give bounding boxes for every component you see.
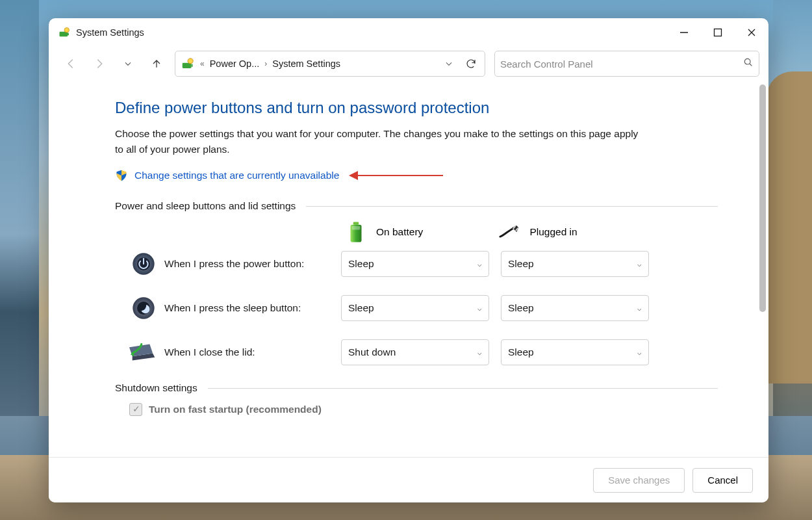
check-icon: ✓	[133, 404, 140, 414]
chevron-down-icon: ⌵	[637, 304, 642, 313]
svg-point-7	[744, 58, 750, 64]
row-power-button: When I press the power button: Sleep⌵ Sl…	[129, 250, 718, 278]
close-lid-icon	[129, 338, 158, 367]
content-pane: Define power buttons and turn on passwor…	[49, 81, 757, 456]
section-shutdown-settings: Shutdown settings	[115, 382, 718, 394]
save-button[interactable]: Save changes	[593, 468, 685, 493]
sleep-button-plugged-select[interactable]: Sleep⌵	[501, 295, 649, 321]
refresh-button[interactable]	[461, 54, 481, 73]
svg-rect-1	[68, 33, 69, 36]
window: System Settings « Power Op... › System S…	[49, 18, 768, 502]
breadcrumb-separator-icon: ›	[263, 59, 268, 68]
row-close-lid: When I close the lid: Shut down⌵ Sleep⌵	[129, 338, 718, 367]
forward-button[interactable]	[86, 51, 112, 77]
svg-point-2	[64, 28, 70, 33]
sleep-button-label: When I press the sleep button:	[164, 302, 341, 314]
close-lid-label: When I close the lid:	[164, 346, 341, 358]
search-input[interactable]	[500, 58, 743, 70]
sleep-button-icon	[129, 294, 158, 322]
svg-point-6	[188, 58, 193, 64]
footer-bar: Save changes Cancel	[49, 457, 768, 502]
page-heading: Define power buttons and turn on passwor…	[115, 99, 718, 117]
page-description: Choose the power settings that you want …	[115, 126, 648, 157]
recent-locations-dropdown[interactable]	[115, 51, 141, 77]
row-sleep-button: When I press the sleep button: Sleep⌵ Sl…	[129, 294, 718, 322]
address-icon	[181, 57, 195, 71]
window-title: System Settings	[76, 27, 144, 38]
chevron-down-icon: ⌵	[477, 260, 482, 268]
nav-toolbar: « Power Op... › System Settings	[49, 47, 768, 81]
chevron-down-icon: ⌵	[637, 260, 642, 268]
address-bar[interactable]: « Power Op... › System Settings	[175, 51, 485, 77]
search-box[interactable]	[494, 51, 759, 77]
svg-rect-5	[192, 64, 193, 67]
col-header-plugged: Plugged in	[498, 221, 577, 243]
back-button[interactable]	[58, 51, 84, 77]
uac-shield-icon	[115, 169, 128, 182]
minimize-button[interactable]	[667, 18, 701, 47]
breadcrumb-system-settings[interactable]: System Settings	[272, 58, 340, 69]
fast-startup-label: Turn on fast startup (recommended)	[149, 404, 322, 415]
titlebar: System Settings	[49, 18, 768, 47]
cancel-button[interactable]: Cancel	[692, 468, 753, 493]
svg-rect-10	[352, 226, 361, 230]
plug-icon	[498, 221, 520, 243]
sleep-button-battery-select[interactable]: Sleep⌵	[341, 295, 489, 321]
up-button[interactable]	[144, 51, 170, 77]
breadcrumb-overflow[interactable]: «	[199, 59, 206, 68]
search-icon[interactable]	[743, 57, 754, 70]
close-lid-plugged-select[interactable]: Sleep⌵	[501, 339, 649, 365]
breadcrumb-power-options[interactable]: Power Op...	[210, 58, 260, 69]
col-header-battery: On battery	[345, 221, 423, 243]
fast-startup-row: ✓ Turn on fast startup (recommended)	[129, 403, 718, 416]
chevron-down-icon: ⌵	[477, 348, 482, 357]
close-lid-battery-select[interactable]: Shut down⌵	[341, 339, 489, 365]
address-dropdown[interactable]	[440, 54, 457, 73]
fast-startup-checkbox[interactable]: ✓	[129, 403, 142, 416]
svg-rect-8	[353, 222, 359, 224]
scrollbar[interactable]	[758, 81, 766, 456]
chevron-down-icon: ⌵	[477, 304, 482, 313]
close-button[interactable]	[735, 18, 768, 47]
power-button-battery-select[interactable]: Sleep⌵	[341, 251, 489, 277]
section-power-sleep-lid: Power and sleep buttons and lid settings	[115, 200, 718, 212]
power-button-icon	[129, 250, 158, 278]
chevron-down-icon: ⌵	[637, 348, 642, 357]
power-button-label: When I press the power button:	[164, 258, 341, 270]
maximize-button[interactable]	[701, 18, 735, 47]
svg-rect-3	[715, 29, 722, 36]
app-icon	[58, 26, 71, 39]
change-settings-link[interactable]: Change settings that are currently unava…	[134, 170, 339, 181]
scrollbar-thumb[interactable]	[759, 84, 766, 312]
power-button-plugged-select[interactable]: Sleep⌵	[501, 251, 649, 277]
battery-icon	[345, 221, 367, 243]
annotation-arrow	[352, 175, 443, 176]
